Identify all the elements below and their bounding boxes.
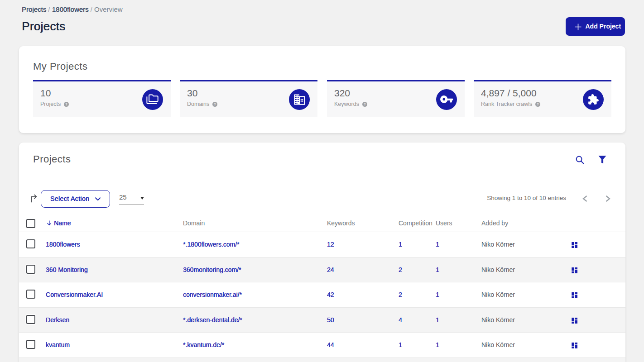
svg-text:?: ?: [537, 102, 539, 106]
svg-text:?: ?: [214, 102, 216, 106]
svg-text:?: ?: [65, 102, 67, 106]
svg-text:?: ?: [364, 102, 366, 106]
